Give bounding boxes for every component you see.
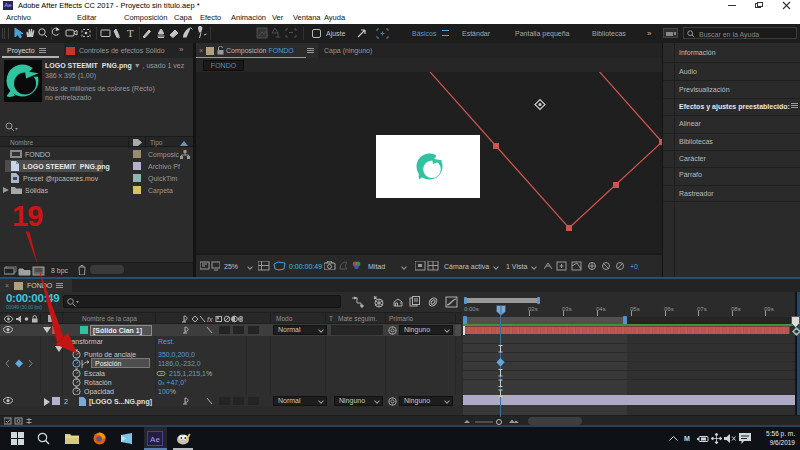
svg-text:T: T — [127, 27, 134, 39]
svg-text:fx: fx — [207, 316, 213, 323]
svg-text:+0,0: +0,0 — [630, 263, 639, 270]
